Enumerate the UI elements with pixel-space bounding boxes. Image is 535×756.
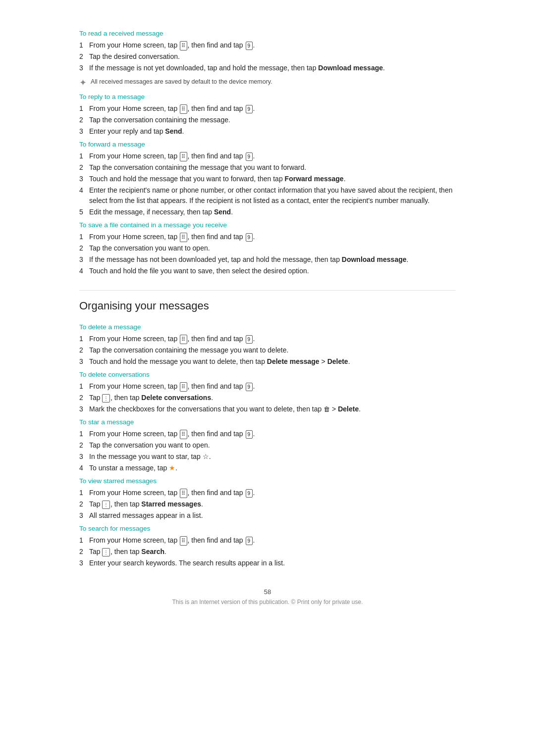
section-heading-save: To save a file contained in a message yo… [79,221,456,229]
step-save-1: 1 From your Home screen, tap ⠿, then fin… [79,232,456,242]
steps-star: 1 From your Home screen, tap ⠿, then fin… [79,429,456,473]
app-icon: 9 [246,233,253,242]
step-read-1: 1 From your Home screen, tap ⠿, then fin… [79,40,456,50]
grid-icon: ⠿ [180,104,187,114]
section-heading-star: To star a message [79,418,456,426]
section-view-starred: To view starred messages 1 From your Hom… [79,477,456,521]
section-forward: To forward a message 1 From your Home sc… [79,141,456,217]
tip-text: All received messages are saved by defau… [91,77,456,87]
step-delconv-1: 1 From your Home screen, tap ⠿, then fin… [79,381,456,392]
app-icon: 9 [246,430,253,439]
step-reply-1: 1 From your Home screen, tap ⠿, then fin… [79,103,456,114]
section-reply: To reply to a message 1 From your Home s… [79,93,456,137]
steps-search: 1 From your Home screen, tap ⠿, then fin… [79,535,456,568]
app-icon: 9 [246,383,253,391]
section-heading-view-starred: To view starred messages [79,477,456,485]
step-forward-5: 5 Edit the message, if necessary, then t… [79,207,456,217]
tip-icon: ✦ [79,77,87,88]
page-footer: 58 This is an Internet version of this p… [79,588,456,605]
grid-icon: ⠿ [180,536,187,546]
section-heading-reply: To reply to a message [79,93,456,101]
section-read-received: To read a received message 1 From your H… [79,30,456,88]
trash-icon: 🗑 [323,405,330,413]
chapter-title: Organising your messages [79,300,456,312]
step-star-1: 1 From your Home screen, tap ⠿, then fin… [79,429,456,439]
step-star-2: 2 Tap the conversation you want to open. [79,440,456,451]
step-reply-3: 3 Enter your reply and tap Send. [79,126,456,137]
section-heading-delete-msg: To delete a message [79,323,456,331]
step-read-2: 2 Tap the desired conversation. [79,51,456,62]
step-save-4: 4 Touch and hold the file you want to sa… [79,266,456,276]
steps-read: 1 From your Home screen, tap ⠿, then fin… [79,40,456,73]
step-reply-2: 2 Tap the conversation containing the me… [79,115,456,125]
steps-delete-conv: 1 From your Home screen, tap ⠿, then fin… [79,381,456,414]
grid-icon: ⠿ [180,233,187,242]
section-heading-forward: To forward a message [79,141,456,148]
step-search-1: 1 From your Home screen, tap ⠿, then fin… [79,535,456,546]
section-star: To star a message 1 From your Home scree… [79,418,456,473]
menu-icon: ⋮ [102,394,110,403]
star-filled-icon: ★ [169,464,175,472]
steps-view-starred: 1 From your Home screen, tap ⠿, then fin… [79,488,456,521]
step-search-3: 3 Enter your search keywords. The search… [79,558,456,568]
step-forward-1: 1 From your Home screen, tap ⠿, then fin… [79,151,456,161]
grid-icon: ⠿ [180,430,187,439]
section-heading-read: To read a received message [79,30,456,37]
step-forward-2: 2 Tap the conversation containing the me… [79,162,456,173]
menu-icon: ⋮ [102,548,110,556]
section-save-file: To save a file contained in a message yo… [79,221,456,276]
grid-icon: ⠿ [180,152,187,161]
step-delconv-3: 3 Mark the checkboxes for the conversati… [79,404,456,414]
section-delete-msg: To delete a message 1 From your Home scr… [79,323,456,367]
step-forward-4: 4 Enter the recipient's name or phone nu… [79,185,456,206]
footer-note: This is an Internet version of this publ… [79,599,456,605]
app-icon: 9 [246,42,253,50]
step-star-4: 4 To unstar a message, tap ★. [79,463,456,473]
steps-forward: 1 From your Home screen, tap ⠿, then fin… [79,151,456,217]
step-del-3: 3 Touch and hold the message you want to… [79,356,456,367]
step-del-2: 2 Tap the conversation containing the me… [79,345,456,355]
step-save-3: 3 If the message has not been downloaded… [79,254,456,265]
step-star-3: 3 In the message you want to star, tap ☆… [79,452,456,462]
chapter-divider [79,290,456,291]
step-vs-2: 2 Tap⋮, then tap Starred messages. [79,499,456,509]
section-delete-conv: To delete conversations 1 From your Home… [79,371,456,414]
section-heading-search: To search for messages [79,525,456,532]
app-icon: 9 [246,537,253,545]
step-vs-3: 3 All starred messages appear in a list. [79,510,456,521]
step-vs-1: 1 From your Home screen, tap ⠿, then fin… [79,488,456,498]
menu-icon: ⋮ [102,501,110,509]
grid-icon: ⠿ [180,382,187,392]
step-search-2: 2 Tap⋮, then tap Search. [79,547,456,557]
grid-icon: ⠿ [180,335,187,344]
page-number: 58 [79,588,456,596]
tip-row: ✦ All received messages are saved by def… [79,77,456,88]
app-icon: 9 [246,152,253,161]
step-del-1: 1 From your Home screen, tap ⠿, then fin… [79,334,456,344]
section-heading-delete-conv: To delete conversations [79,371,456,378]
steps-delete-msg: 1 From your Home screen, tap ⠿, then fin… [79,334,456,367]
page: To read a received message 1 From your H… [0,0,535,756]
steps-reply: 1 From your Home screen, tap ⠿, then fin… [79,103,456,137]
step-forward-3: 3 Touch and hold the message that you wa… [79,174,456,184]
app-icon: 9 [246,335,253,344]
section-search: To search for messages 1 From your Home … [79,525,456,568]
step-save-2: 2 Tap the conversation you want to open. [79,243,456,253]
grid-icon: ⠿ [180,41,187,50]
step-delconv-2: 2 Tap⋮, then tap Delete conversations. [79,393,456,403]
steps-save: 1 From your Home screen, tap ⠿, then fin… [79,232,456,276]
app-icon: 9 [246,105,253,113]
step-read-3: 3 If the message is not yet downloaded, … [79,63,456,73]
grid-icon: ⠿ [180,489,187,498]
app-icon: 9 [246,489,253,498]
